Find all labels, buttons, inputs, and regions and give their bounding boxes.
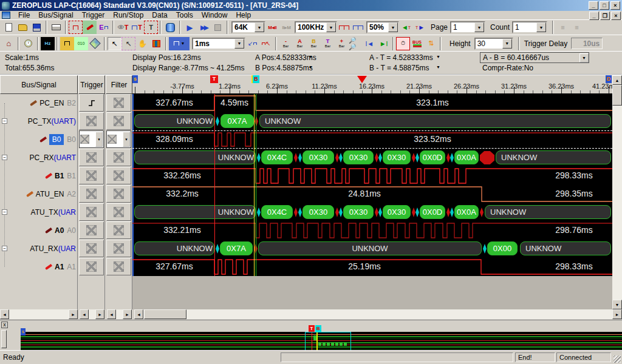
nav-view-rect[interactable] bbox=[305, 332, 351, 351]
chevron-down-icon[interactable]: ▼ bbox=[234, 39, 244, 49]
trigger-cell[interactable] bbox=[79, 149, 104, 166]
trigger-edit-button[interactable] bbox=[83, 21, 97, 34]
chevron-down-icon[interactable]: ▼ bbox=[309, 55, 313, 59]
start-marker[interactable]: s bbox=[132, 75, 138, 83]
stop-button[interactable] bbox=[211, 21, 225, 34]
collapse-icon[interactable]: − bbox=[2, 155, 7, 160]
filter-cell[interactable] bbox=[106, 258, 131, 275]
add-bar-button[interactable]: +Bar bbox=[335, 37, 349, 50]
nav-trigger-badge[interactable]: T bbox=[309, 325, 315, 332]
signal-row-pc-en[interactable]: PC_EN B2 bbox=[0, 94, 78, 112]
sample-depth-combo[interactable]: 64K ▼ bbox=[231, 21, 265, 33]
horizontal-scroll-thumb[interactable] bbox=[144, 309, 186, 319]
navigator-close-button[interactable]: x bbox=[1, 322, 8, 328]
chevron-down-icon[interactable]: ▼ bbox=[123, 132, 130, 147]
cursor-b-line[interactable] bbox=[256, 94, 256, 276]
filter-cell[interactable] bbox=[106, 149, 131, 166]
next-trigger-page-button[interactable]: T► bbox=[413, 21, 427, 34]
trigger-cell[interactable] bbox=[79, 203, 104, 221]
chevron-down-icon[interactable]: ▼ bbox=[388, 22, 398, 32]
print-button[interactable] bbox=[49, 21, 63, 34]
collapse-icon[interactable]: − bbox=[2, 118, 7, 124]
prev-trigger-page-button[interactable]: ◄T bbox=[399, 21, 413, 34]
menu-tools[interactable]: Tools bbox=[172, 11, 197, 20]
display-pos-marker[interactable] bbox=[357, 76, 367, 83]
run-button[interactable]: ▶ bbox=[183, 21, 197, 34]
collapse-icon[interactable]: − bbox=[2, 209, 7, 215]
bus-analysis-button[interactable] bbox=[163, 21, 177, 34]
b-bar-button[interactable]: BBar bbox=[307, 37, 321, 50]
menu-window[interactable]: Window bbox=[197, 11, 232, 20]
frequency-display-button[interactable]: Hz bbox=[41, 37, 55, 50]
trigger-cell[interactable] bbox=[79, 167, 104, 184]
remove-bar-button[interactable]: -Bar bbox=[279, 37, 293, 50]
vertical-scroll-thumb[interactable] bbox=[612, 85, 622, 106]
signal-row-b1[interactable]: B1 B1 bbox=[0, 167, 78, 185]
time-ruler[interactable]: -3.77ms 1.23ms 6.23ms 11.23ms 16.23ms 21… bbox=[132, 75, 612, 94]
goto-next-button[interactable]: ►l bbox=[377, 37, 391, 50]
trigger-window-button[interactable]: ⏱ bbox=[396, 37, 410, 50]
bus-row-atu-rx[interactable]: − ATU_RX (UAR bbox=[0, 240, 78, 258]
waveform-area[interactable]: -3.77ms 1.23ms 6.23ms 11.23ms 16.23ms 21… bbox=[132, 75, 612, 309]
signal-row-a0[interactable]: A0 A0 bbox=[0, 221, 78, 240]
resize-grip[interactable] bbox=[613, 356, 621, 363]
zoom-level-combo[interactable]: 50% ▼ bbox=[366, 21, 399, 33]
menu-file[interactable]: File bbox=[14, 11, 34, 20]
signal-red-wave-icon[interactable] bbox=[337, 21, 351, 34]
bus-row-atu-tx[interactable]: − ATU_TX (UAR bbox=[0, 203, 78, 221]
filter-cell[interactable] bbox=[106, 221, 131, 239]
new-file-button[interactable] bbox=[2, 21, 16, 34]
trigger-cell-pc-en[interactable] bbox=[79, 94, 104, 112]
bus-setup-button[interactable]: BUS bbox=[410, 37, 424, 50]
open-file-button[interactable] bbox=[16, 21, 30, 34]
trigger-wave-button[interactable]: T bbox=[130, 21, 144, 34]
filter-cell[interactable] bbox=[106, 94, 131, 112]
chevron-down-icon[interactable]: ▼ bbox=[255, 22, 264, 32]
chevron-down-icon[interactable]: ▼ bbox=[309, 65, 313, 69]
b-bar-marker[interactable]: B bbox=[251, 75, 259, 83]
trigger-mark-button[interactable] bbox=[69, 21, 83, 34]
waveform-empty-area[interactable] bbox=[132, 276, 612, 309]
filter-cell[interactable] bbox=[106, 112, 131, 130]
menu-help[interactable]: Help bbox=[231, 11, 255, 20]
chevron-down-icon[interactable]: ▼ bbox=[436, 55, 440, 59]
navigator-window-button[interactable] bbox=[88, 37, 102, 50]
sample-rate-combo[interactable]: 100KHz ▼ bbox=[295, 21, 337, 33]
scroll-track[interactable] bbox=[89, 309, 95, 319]
filter-cell-combo[interactable]: ▼ bbox=[106, 130, 131, 148]
time-scale-combo[interactable]: 1ms ▼ bbox=[192, 38, 245, 50]
scroll-up-button[interactable]: ▲ bbox=[612, 75, 622, 85]
filter-cell[interactable] bbox=[106, 167, 131, 184]
trigger-cell[interactable] bbox=[79, 112, 104, 130]
cursor-t-line[interactable] bbox=[214, 94, 215, 276]
vertical-scrollbar[interactable]: ▲ ▼ bbox=[612, 75, 622, 309]
trigger-cell[interactable] bbox=[79, 221, 104, 239]
clock-button[interactable]: 🕐 bbox=[21, 37, 35, 50]
scroll-left-button[interactable]: ◄ bbox=[0, 309, 9, 319]
filter-cell[interactable] bbox=[106, 203, 131, 221]
page-combo[interactable]: 1 ▼ bbox=[450, 21, 485, 33]
trigger-cell-combo[interactable]: ▼ bbox=[79, 130, 104, 148]
filter-cell[interactable] bbox=[106, 240, 131, 257]
trigger-e-button[interactable]: E bbox=[97, 21, 111, 34]
pointer-tool-button[interactable]: ↖ bbox=[108, 37, 121, 50]
signal-row-atu-en[interactable]: ATU_EN A2 bbox=[0, 185, 78, 203]
minimize-button[interactable]: _ bbox=[589, 1, 598, 10]
chevron-down-icon[interactable]: ▼ bbox=[536, 22, 546, 32]
trigger-cell[interactable] bbox=[79, 258, 104, 275]
scroll-track[interactable] bbox=[116, 309, 123, 319]
cursor-a-line[interactable] bbox=[254, 94, 255, 276]
navigator-grip[interactable] bbox=[1, 330, 7, 348]
waveform-mode-button[interactable]: ▼ bbox=[169, 37, 190, 50]
a-b-readout-box[interactable]: A - B = 60.416667us ▼ bbox=[480, 52, 589, 63]
zoom-in-cursor-button[interactable]: ↙ bbox=[245, 37, 259, 50]
select-tool-button[interactable]: ↖ bbox=[121, 37, 135, 50]
trigger-cell[interactable] bbox=[79, 185, 104, 203]
zoom-out-cursor-button[interactable]: ↖ bbox=[259, 37, 273, 50]
swap-signal-button[interactable]: ⇅ bbox=[424, 37, 438, 50]
collapse-icon[interactable]: − bbox=[2, 246, 7, 251]
home-button[interactable]: ⌂ bbox=[2, 37, 16, 50]
a-bar-button[interactable]: ABar bbox=[293, 37, 307, 50]
save-button[interactable] bbox=[30, 21, 44, 34]
scroll-track[interactable] bbox=[143, 309, 612, 319]
